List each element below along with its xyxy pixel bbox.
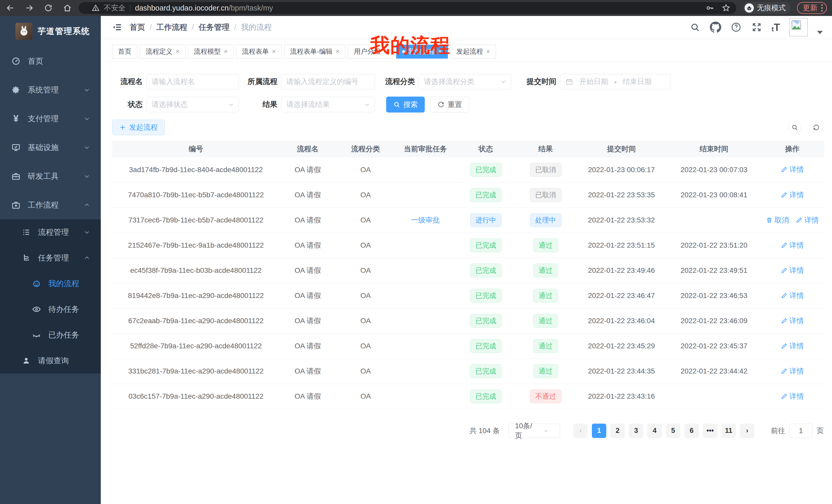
result-select[interactable]: 请选择流结果 xyxy=(281,97,375,112)
address-bar[interactable]: 不安全 dashboard.yudao.iocoder.cn/bpm/task/… xyxy=(79,2,736,14)
detail-link[interactable]: 详情 xyxy=(781,366,804,376)
status-badge: 已完成 xyxy=(470,289,502,303)
status-select[interactable]: 请选择状态 xyxy=(146,97,239,112)
home-icon[interactable] xyxy=(62,3,73,13)
cell-id: ec45f38f-7b9a-11ec-b03b-acde48001122 xyxy=(112,258,280,283)
tab-close-icon[interactable]: × xyxy=(486,48,490,55)
tab-process-model[interactable]: 流程模型× xyxy=(188,45,233,59)
cell-actions: 详情 xyxy=(760,233,824,258)
sidebar-item-dev-tools[interactable]: 研发工具 xyxy=(0,162,101,191)
cell-submit-time: 2022-01-22 23:46:47 xyxy=(575,283,668,308)
sidebar-item-payment[interactable]: ¥支付管理 xyxy=(0,104,101,133)
tab-close-icon[interactable]: × xyxy=(224,48,228,55)
submit-time-range-picker[interactable]: 开始日期 - 结束日期 xyxy=(560,74,671,89)
page-button-4[interactable]: 4 xyxy=(647,424,662,438)
sidebar-item-home[interactable]: 首页 xyxy=(0,47,101,76)
reset-button[interactable]: 重置 xyxy=(431,96,469,113)
detail-link[interactable]: 详情 xyxy=(781,190,804,200)
tab-label: 发起流程 xyxy=(457,47,483,56)
font-size-icon[interactable]: tT xyxy=(772,22,780,32)
key-icon[interactable] xyxy=(705,3,715,12)
page-button-1[interactable]: 1 xyxy=(592,424,606,438)
cell-result: 通过 xyxy=(516,333,575,359)
start-process-button[interactable]: 发起流程 xyxy=(112,120,165,135)
back-icon[interactable] xyxy=(5,3,16,13)
update-button[interactable]: 更新 xyxy=(797,2,827,14)
category-select[interactable]: 请选择流程分类 xyxy=(419,74,511,89)
sidebar-item-todo-tasks[interactable]: 待办任务 xyxy=(0,297,101,322)
cell-result: 不通过 xyxy=(516,384,575,409)
result-badge: 通过 xyxy=(533,314,558,328)
sidebar-collapse-icon[interactable] xyxy=(112,22,122,32)
sidebar-item-infrastructure[interactable]: 基础设施 xyxy=(0,133,101,162)
pen-icon xyxy=(781,267,787,274)
sidebar-item-my-process[interactable]: 我的流程 xyxy=(0,271,101,297)
dashboard-icon xyxy=(11,56,21,66)
breadcrumb-item[interactable]: 首页 xyxy=(130,22,145,33)
avatar-dropdown-icon[interactable] xyxy=(817,31,823,34)
cell-actions: 详情 xyxy=(760,359,824,384)
detail-link[interactable]: 详情 xyxy=(781,265,804,275)
current-task-link[interactable]: 一级审批 xyxy=(411,215,440,225)
detail-link[interactable]: 详情 xyxy=(781,391,804,401)
pen-icon xyxy=(781,292,787,299)
security-label: 不安全 xyxy=(104,3,126,13)
page-size-select[interactable]: 10条/页 xyxy=(509,424,560,438)
pen-icon xyxy=(781,393,787,400)
sidebar-item-done-tasks[interactable]: 已办任务 xyxy=(0,322,101,348)
detail-link[interactable]: 详情 xyxy=(781,165,804,174)
sidebar-item-system[interactable]: 系统管理 xyxy=(0,76,101,104)
page-button-5[interactable]: 5 xyxy=(666,424,680,438)
cancel-link[interactable]: 取消 xyxy=(766,215,789,225)
detail-link[interactable]: 详情 xyxy=(781,241,804,250)
sidebar-item-workflow[interactable]: 工作流程 xyxy=(0,191,101,219)
status-badge: 已完成 xyxy=(470,389,502,403)
search-icon[interactable] xyxy=(689,22,701,33)
toggle-search-button[interactable] xyxy=(788,121,801,134)
tab-start-process[interactable]: 发起流程× xyxy=(450,45,496,59)
tab-home[interactable]: 首页 xyxy=(112,45,137,59)
github-icon[interactable] xyxy=(710,22,721,33)
cell-actions: 详情 xyxy=(760,183,824,207)
sidebar-item-task-mgmt[interactable]: 任务管理 xyxy=(0,245,101,271)
sidebar-item-label: 任务管理 xyxy=(38,253,69,263)
goto-page-input[interactable] xyxy=(789,424,812,438)
more-pages-button[interactable]: ••• xyxy=(703,424,717,438)
detail-link[interactable]: 详情 xyxy=(781,316,804,326)
browser-chrome: 不安全 dashboard.yudao.iocoder.cn/bpm/task/… xyxy=(0,0,832,16)
prev-page-button[interactable]: ‹ xyxy=(573,424,588,438)
tab-process-definition[interactable]: 流程定义× xyxy=(140,45,185,59)
avatar[interactable] xyxy=(789,18,808,36)
column-header: 提交时间 xyxy=(575,141,668,157)
detail-link[interactable]: 详情 xyxy=(781,341,804,351)
bookmark-star-icon[interactable] xyxy=(722,3,731,12)
breadcrumb-item[interactable]: 工作流程 xyxy=(156,22,187,33)
tab-close-icon[interactable]: × xyxy=(176,48,179,55)
page-button-3[interactable]: 3 xyxy=(629,424,643,438)
detail-link[interactable]: 详情 xyxy=(796,215,819,225)
next-page-button[interactable]: › xyxy=(740,424,754,438)
cell-process-name: OA 请假 xyxy=(280,359,336,384)
app-logo[interactable]: 芋道管理系统 xyxy=(0,16,101,47)
page-button-6[interactable]: 6 xyxy=(684,424,699,438)
process-name-input[interactable] xyxy=(146,74,239,89)
sidebar-item-process-mgmt[interactable]: 流程管理 xyxy=(0,219,101,245)
page-button-2[interactable]: 2 xyxy=(610,424,625,438)
parent-process-input[interactable] xyxy=(281,74,375,89)
reload-icon[interactable] xyxy=(43,3,53,13)
help-icon[interactable] xyxy=(730,22,742,33)
tab-close-icon[interactable]: × xyxy=(272,48,276,55)
search-button[interactable]: 搜索 xyxy=(386,96,425,113)
page-button-11[interactable]: 11 xyxy=(722,424,736,438)
forward-icon[interactable] xyxy=(24,3,34,13)
refresh-table-button[interactable] xyxy=(810,121,823,134)
detail-link[interactable]: 详情 xyxy=(781,291,804,301)
fullscreen-icon[interactable] xyxy=(751,22,762,33)
tab-close-icon[interactable]: × xyxy=(336,48,339,55)
tab-process-form-edit[interactable]: 流程表单-编辑× xyxy=(284,45,345,59)
sidebar-item-leave-query[interactable]: 请假查询 xyxy=(0,348,101,373)
browser-menu-icon[interactable] xyxy=(821,4,823,11)
tab-process-form[interactable]: 流程表单× xyxy=(236,45,282,59)
breadcrumb-item[interactable]: 任务管理 xyxy=(199,22,230,33)
cell-actions: 详情 xyxy=(760,333,824,359)
